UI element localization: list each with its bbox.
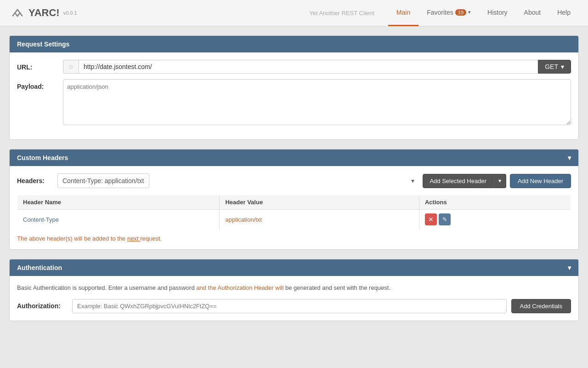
star-icon: ☆ (68, 63, 74, 70)
method-chevron-icon: ▾ (561, 63, 564, 70)
headers-row: Headers: Content-Type: application/txt ▾… (17, 173, 571, 188)
table-row: Content-Type application/txt ✕ ✎ (17, 210, 571, 230)
add-selected-dropdown-icon: ▾ (498, 178, 501, 184)
payload-row: Payload: (17, 79, 571, 126)
custom-headers-header: Custom Headers ▾ (10, 150, 578, 166)
custom-headers-body: Headers: Content-Type: application/txt ▾… (10, 166, 578, 249)
col-header-actions: Actions (419, 195, 571, 210)
nav-help[interactable]: Help (549, 0, 579, 26)
favorites-badge: 19 (455, 9, 466, 16)
custom-headers-panel: Custom Headers ▾ Headers: Content-Type: … (9, 149, 579, 250)
main-content: Request Settings URL: ☆ GET ▾ (0, 26, 588, 339)
headers-label: Headers: (17, 177, 54, 184)
headers-table: Header Name Header Value Actions Content… (17, 195, 571, 230)
nav-main[interactable]: Main (388, 0, 418, 26)
method-label: GET (545, 63, 558, 70)
headers-collapse-icon[interactable]: ▾ (568, 154, 571, 161)
url-label: URL: (17, 60, 63, 71)
url-row: URL: ☆ GET ▾ (17, 60, 571, 74)
delete-header-button[interactable]: ✕ (425, 213, 437, 225)
auth-row: Authorization: Add Credentials (17, 299, 571, 313)
request-settings-panel: Request Settings URL: ☆ GET ▾ (9, 35, 579, 140)
authentication-body: Basic Authentication is supported. Enter… (10, 276, 578, 321)
authentication-panel: Authentication ▾ Basic Authentication is… (9, 259, 579, 321)
nav-history[interactable]: History (479, 0, 516, 26)
add-selected-dropdown-button[interactable]: ▾ (493, 174, 506, 188)
app-subtitle: Yet Another REST Client (309, 10, 374, 17)
col-header-value: Header Value (220, 195, 419, 210)
header-select[interactable]: Content-Type: application/txt (57, 173, 149, 188)
app-version: v0.0.1 (63, 10, 77, 16)
header-name-cell: Content-Type (17, 210, 220, 230)
brand: YARC! v0.0.1 (9, 5, 77, 21)
edit-header-button[interactable]: ✎ (439, 213, 451, 225)
app-name: YARC! (28, 7, 60, 19)
auth-description: Basic Authentication is supported. Enter… (17, 283, 571, 293)
table-header-row: Header Name Header Value Actions (17, 195, 571, 210)
add-credentials-button[interactable]: Add Credentials (511, 299, 571, 313)
next-request-link[interactable]: next (127, 235, 140, 242)
nav-favorites[interactable]: Favorites 19 ▾ (418, 0, 479, 26)
add-new-header-button[interactable]: Add New Header (510, 174, 571, 188)
payload-textarea[interactable] (63, 79, 571, 125)
auth-label: Authorization: (17, 302, 68, 310)
method-button[interactable]: GET ▾ (538, 60, 571, 74)
favorites-chevron-icon: ▾ (468, 9, 471, 15)
navbar: YARC! v0.0.1 Yet Another REST Client Mai… (0, 0, 588, 26)
authentication-header: Authentication ▾ (10, 259, 578, 276)
request-settings-header: Request Settings (10, 36, 578, 52)
payload-label: Payload: (17, 79, 63, 90)
url-input[interactable] (79, 60, 538, 74)
nav-links: Main Favorites 19 ▾ History About Help (388, 0, 579, 26)
auth-collapse-icon[interactable]: ▾ (568, 264, 571, 271)
col-header-name: Header Name (17, 195, 220, 210)
nav-about[interactable]: About (516, 0, 549, 26)
header-actions-cell: ✕ ✎ (419, 210, 571, 230)
request-settings-body: URL: ☆ GET ▾ Payload: (10, 52, 578, 139)
url-star-button[interactable]: ☆ (63, 60, 79, 74)
header-select-wrap: Content-Type: application/txt ▾ (57, 173, 419, 188)
select-arrow-icon: ▾ (411, 177, 414, 184)
yarc-logo-icon (9, 5, 26, 21)
authorization-input[interactable] (72, 299, 507, 313)
url-control-wrap: ☆ GET ▾ (63, 60, 571, 74)
headers-notice: The above header(s) will be added to the… (17, 235, 571, 242)
add-selected-btn-group: Add Selected Header ▾ (423, 174, 506, 188)
add-selected-header-button[interactable]: Add Selected Header (423, 174, 493, 188)
header-value-cell: application/txt (220, 210, 419, 230)
